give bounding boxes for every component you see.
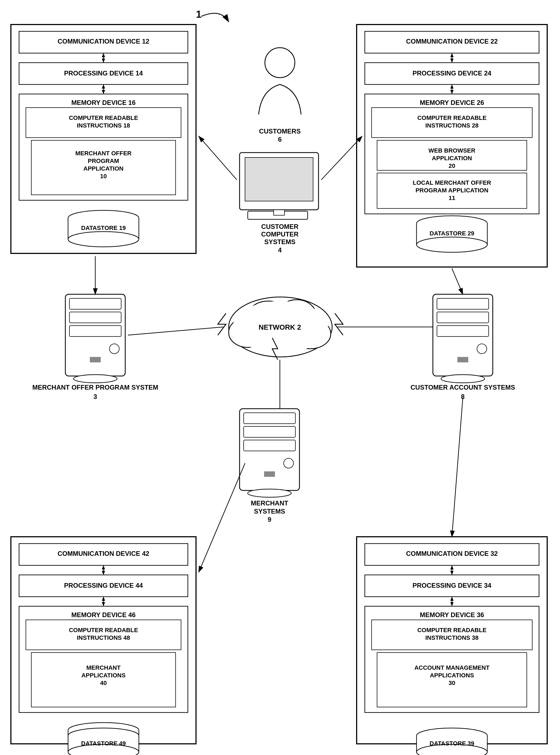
svg-text:11: 11 [449,195,455,201]
svg-line-143 [199,463,245,572]
svg-text:SYSTEMS: SYSTEMS [264,238,296,246]
svg-point-74 [229,317,267,347]
svg-text:APPLICATION: APPLICATION [432,155,472,161]
svg-rect-46 [377,140,527,170]
svg-text:COMPUTER READABLE: COMPUTER READABLE [417,627,486,634]
svg-text:20: 20 [449,162,455,169]
svg-rect-66 [274,210,284,215]
svg-rect-19 [31,140,176,195]
svg-rect-93 [437,312,489,323]
svg-point-77 [278,300,316,330]
svg-rect-157 [372,620,532,650]
svg-marker-34 [450,53,454,57]
svg-text:COMPUTER: COMPUTER [261,231,298,238]
svg-text:COMPUTER READABLE: COMPUTER READABLE [417,114,486,121]
svg-text:COMMUNICATION DEVICE 12: COMMUNICATION DEVICE 12 [58,38,149,45]
svg-point-108 [248,489,291,497]
svg-text:COMPUTER READABLE: COMPUTER READABLE [69,627,138,634]
svg-marker-149 [450,571,454,575]
svg-rect-160 [377,653,527,707]
svg-line-71 [199,136,237,180]
svg-text:INSTRUCTIONS 38: INSTRUCTIONS 38 [425,634,479,641]
diagram: 1 COMMUNICATION DEVICE 12 PROCESSING DEV… [0,0,560,755]
svg-point-168 [417,744,487,755]
svg-rect-55 [417,224,487,245]
svg-text:3: 3 [93,393,97,400]
svg-text:DATASTORE 19: DATASTORE 19 [81,225,126,231]
svg-point-106 [284,458,294,468]
svg-rect-30 [357,24,547,267]
svg-text:MERCHANT: MERCHANT [251,499,288,507]
svg-text:DATASTORE 39: DATASTORE 39 [429,740,474,747]
svg-text:40: 40 [100,679,107,686]
svg-rect-31 [365,31,539,53]
svg-marker-117 [102,565,105,569]
svg-point-73 [229,297,332,357]
svg-rect-63 [240,153,319,210]
svg-rect-25 [68,218,139,240]
svg-text:30: 30 [449,679,455,686]
svg-rect-126 [26,620,181,650]
svg-text:8: 8 [461,393,464,400]
svg-rect-14 [19,94,188,200]
svg-text:LOCAL MERCHANT OFFER: LOCAL MERCHANT OFFER [413,179,491,186]
svg-text:COMPUTER READABLE: COMPUTER READABLE [69,114,138,121]
svg-text:APPLICATIONS: APPLICATIONS [430,672,474,679]
svg-text:SYSTEMS: SYSTEMS [254,508,285,515]
svg-rect-9 [19,63,188,84]
svg-point-164 [417,728,487,743]
svg-text:MEMORY DEVICE 46: MEMORY DEVICE 46 [71,611,136,619]
svg-rect-107 [264,471,275,477]
svg-text:PROCESSING DEVICE 14: PROCESSING DEVICE 14 [64,70,143,77]
svg-text:PROCESSING DEVICE 24: PROCESSING DEVICE 24 [413,70,492,77]
svg-rect-124 [19,606,188,713]
svg-rect-65 [248,211,308,219]
svg-text:MERCHANT OFFER: MERCHANT OFFER [75,150,132,157]
svg-rect-134 [68,730,139,752]
svg-point-78 [233,301,328,353]
svg-point-28 [68,232,139,247]
svg-text:PROGRAM: PROGRAM [88,157,119,164]
svg-marker-7 [102,53,105,57]
svg-marker-13 [102,90,105,94]
svg-rect-3 [11,24,196,253]
svg-rect-96 [457,357,468,362]
svg-rect-103 [244,413,295,424]
svg-rect-144 [357,537,547,744]
svg-text:10: 10 [100,173,107,179]
svg-rect-129 [31,653,176,707]
svg-rect-83 [69,326,121,336]
svg-text:MEMORY DEVICE 16: MEMORY DEVICE 16 [71,99,136,106]
svg-rect-165 [417,736,487,752]
svg-text:CUSTOMER: CUSTOMER [261,223,299,230]
svg-text:6: 6 [278,136,281,143]
svg-line-90 [128,327,223,335]
svg-rect-113 [11,537,196,744]
svg-text:ACCOUNT MANAGEMENT: ACCOUNT MANAGEMENT [414,664,490,671]
svg-rect-94 [437,326,489,336]
svg-text:PROGRAM APPLICATION: PROGRAM APPLICATION [416,187,488,194]
svg-rect-155 [365,606,539,713]
svg-text:CUSTOMER ACCOUNT SYSTEMS: CUSTOMER ACCOUNT SYSTEMS [411,384,515,391]
svg-text:PROCESSING DEVICE 34: PROCESSING DEVICE 34 [413,582,492,589]
svg-text:APPLICATION: APPLICATION [83,165,123,172]
svg-text:4: 4 [278,246,282,254]
svg-text:DATASTORE 49: DATASTORE 49 [81,740,126,747]
svg-rect-50 [377,173,527,209]
svg-point-141 [68,744,139,755]
svg-text:INSTRUCTIONS 48: INSTRUCTIONS 48 [77,634,130,641]
svg-text:CUSTOMERS: CUSTOMERS [259,128,301,135]
svg-text:1: 1 [196,9,201,20]
svg-rect-41 [365,94,539,214]
svg-text:COMMUNICATION DEVICE 42: COMMUNICATION DEVICE 42 [58,550,149,557]
svg-marker-35 [450,59,454,63]
svg-point-54 [417,216,487,231]
svg-rect-36 [365,63,539,84]
svg-marker-39 [450,84,454,89]
svg-rect-43 [372,108,532,138]
svg-rect-102 [240,409,299,490]
svg-marker-153 [450,597,454,601]
svg-rect-80 [65,294,125,376]
svg-point-84 [109,344,119,354]
svg-rect-82 [69,312,121,323]
